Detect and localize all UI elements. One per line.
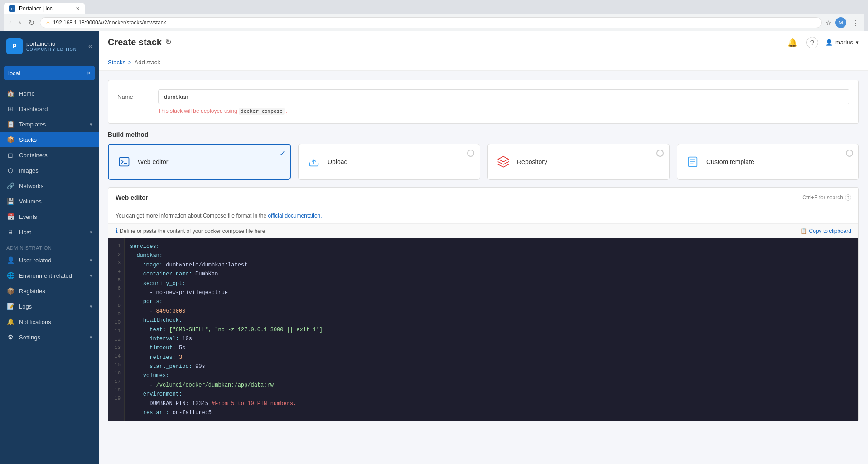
name-label: Name xyxy=(117,93,158,100)
user-related-chevron: ▾ xyxy=(90,257,92,263)
breadcrumb-separator: > xyxy=(128,59,132,66)
tab-close-button[interactable]: ✕ xyxy=(76,6,80,12)
logo-icon: P xyxy=(6,38,23,54)
profile-button[interactable]: M xyxy=(835,17,846,28)
stacks-icon: 📦 xyxy=(6,136,14,143)
upload-icon xyxy=(306,154,322,170)
sidebar-label-stacks: Stacks xyxy=(19,136,37,143)
code-line-9: healthcheck: xyxy=(130,316,853,325)
copy-clipboard-button[interactable]: 📋 Copy to clipboard xyxy=(800,228,851,234)
deploy-command: docker compose xyxy=(239,108,285,115)
volumes-icon: 💾 xyxy=(6,198,14,205)
code-line-15: volumes: xyxy=(130,371,853,380)
method-card-custom-template[interactable]: Custom template xyxy=(677,144,859,180)
forward-button[interactable]: › xyxy=(17,18,23,28)
sidebar-item-volumes[interactable]: 💾 Volumes xyxy=(0,193,99,209)
sidebar-label-networks: Networks xyxy=(19,183,43,189)
web-editor-section: Web editor Ctrl+F for search ? You can g… xyxy=(108,187,859,421)
repository-radio xyxy=(656,150,664,157)
sidebar-item-registries[interactable]: 📦 Registries xyxy=(0,283,99,299)
code-editor[interactable]: 12345 678910 1112131415 16171819 service… xyxy=(108,238,858,421)
sidebar-label-templates: Templates xyxy=(19,121,46,128)
sidebar-label-user-related: User-related xyxy=(19,257,52,264)
web-editor-icon xyxy=(116,154,132,170)
bookmark-button[interactable]: ☆ xyxy=(825,19,832,27)
code-line-17: environment: xyxy=(130,390,853,399)
code-line-16: - /volume1/docker/dumbkan:/app/data:rw xyxy=(130,381,853,390)
sidebar: P portainer.io COMMUNITY EDITION « local… xyxy=(0,31,99,464)
code-line-1: services: xyxy=(130,242,853,251)
sidebar-item-templates[interactable]: 📋 Templates ▾ xyxy=(0,116,99,132)
copy-icon: 📋 xyxy=(800,228,807,234)
custom-template-radio xyxy=(846,150,853,157)
sidebar-collapse-button[interactable]: « xyxy=(88,42,92,50)
templates-chevron: ▾ xyxy=(90,121,92,127)
environment-selector[interactable]: local × xyxy=(4,66,95,80)
build-method-title: Build method xyxy=(108,131,859,138)
method-card-upload[interactable]: Upload xyxy=(298,144,480,180)
code-line-5: security_opt: xyxy=(130,279,853,288)
logs-icon: 📝 xyxy=(6,303,14,310)
sidebar-item-events[interactable]: 📅 Events xyxy=(0,209,99,224)
breadcrumb-stacks-link[interactable]: Stacks xyxy=(108,59,125,66)
sidebar-navigation: 🏠 Home ⊞ Dashboard 📋 Templates ▾ 📦 Stack… xyxy=(0,84,99,464)
tab-title: Portainer | loc... xyxy=(19,5,57,12)
sidebar-item-home[interactable]: 🏠 Home xyxy=(0,86,99,101)
sidebar-item-networks[interactable]: 🔗 Networks xyxy=(0,178,99,193)
custom-template-label: Custom template xyxy=(706,158,754,165)
sidebar-item-logs[interactable]: 📝 Logs ▾ xyxy=(0,299,99,314)
sidebar-label-images: Images xyxy=(19,167,39,174)
env-related-chevron: ▾ xyxy=(90,273,92,279)
back-button[interactable]: ‹ xyxy=(7,18,13,28)
dashboard-icon: ⊞ xyxy=(6,105,14,112)
breadcrumb: Stacks > Add stack xyxy=(99,54,868,71)
web-editor-label: Web editor xyxy=(138,158,168,165)
sidebar-item-dashboard[interactable]: ⊞ Dashboard xyxy=(0,101,99,116)
sidebar-logo: P portainer.io COMMUNITY EDITION « xyxy=(0,31,99,62)
sidebar-item-containers[interactable]: ◻ Containers xyxy=(0,147,99,163)
templates-icon: 📋 xyxy=(6,121,14,128)
menu-button[interactable]: ⋮ xyxy=(850,18,861,28)
help-button[interactable]: ? xyxy=(806,37,818,48)
sidebar-item-notifications[interactable]: 🔔 Notifications xyxy=(0,314,99,329)
code-content[interactable]: services: dumbkan: image: dumbwareio/dum… xyxy=(125,238,858,421)
method-card-web-editor[interactable]: Web editor ✓ xyxy=(108,144,291,180)
sidebar-item-env-related[interactable]: 🌐 Environment-related ▾ xyxy=(0,268,99,283)
user-menu[interactable]: 👤 marius ▾ xyxy=(825,39,859,46)
sidebar-label-settings: Settings xyxy=(19,334,40,341)
custom-template-icon xyxy=(685,154,701,170)
official-docs-link[interactable]: official documentation. xyxy=(268,213,322,219)
sidebar-label-containers: Containers xyxy=(19,152,48,159)
editor-define-bar: ℹ Define or paste the content of your do… xyxy=(108,224,858,238)
username: marius xyxy=(835,39,853,46)
registries-icon: 📦 xyxy=(6,287,14,295)
editor-title: Web editor xyxy=(116,194,148,201)
sidebar-label-events: Events xyxy=(19,213,37,220)
header-actions: 🔔 ? 👤 marius ▾ xyxy=(786,36,859,49)
main-content: Create stack ↻ 🔔 ? 👤 marius ▾ Stacks > A… xyxy=(99,31,868,464)
reload-button[interactable]: ↻ xyxy=(27,18,36,28)
sidebar-item-stacks[interactable]: 📦 Stacks xyxy=(0,132,99,147)
code-line-11: interval: 10s xyxy=(130,334,853,343)
sidebar-label-logs: Logs xyxy=(19,303,32,310)
method-card-repository[interactable]: Repository xyxy=(487,144,670,180)
environment-close-button[interactable]: × xyxy=(87,69,91,77)
sidebar-label-registries: Registries xyxy=(19,288,45,295)
host-icon: 🖥 xyxy=(6,228,14,236)
logs-chevron: ▾ xyxy=(90,304,92,309)
editor-header: Web editor Ctrl+F for search ? xyxy=(108,188,858,208)
sidebar-item-host[interactable]: 🖥 Host ▾ xyxy=(0,224,99,240)
images-icon: ⬡ xyxy=(6,167,14,174)
sidebar-item-images[interactable]: ⬡ Images xyxy=(0,163,99,178)
refresh-icon[interactable]: ↻ xyxy=(165,38,171,47)
sidebar-item-user-related[interactable]: 👤 User-related ▾ xyxy=(0,252,99,268)
stack-name-input[interactable] xyxy=(158,89,849,104)
browser-tab-active[interactable]: P Portainer | loc... ✕ xyxy=(4,3,85,14)
sidebar-label-home: Home xyxy=(19,90,35,97)
notifications-bell-button[interactable]: 🔔 xyxy=(786,36,799,49)
logo-image: P portainer.io COMMUNITY EDITION xyxy=(6,38,77,54)
sidebar-item-settings[interactable]: ⚙ Settings ▾ xyxy=(0,329,99,345)
containers-icon: ◻ xyxy=(6,151,14,159)
address-bar[interactable]: ⚠ 192.168.1.18:9000/#/2/docker/stacks/ne… xyxy=(40,17,822,28)
sidebar-label-host: Host xyxy=(19,229,31,236)
